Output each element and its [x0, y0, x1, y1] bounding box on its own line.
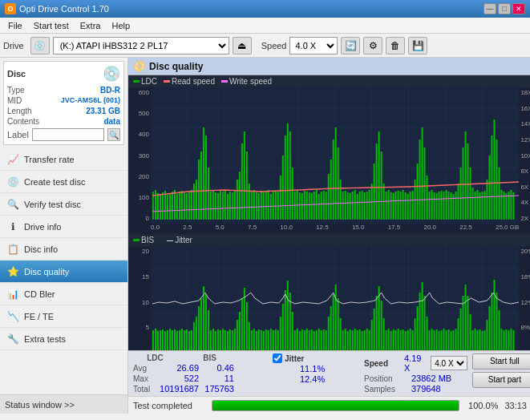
- total-ldc: 10191687: [159, 384, 199, 394]
- start-part-button[interactable]: Start part: [472, 372, 530, 388]
- svg-rect-233: [277, 330, 279, 350]
- svg-rect-311: [465, 285, 467, 350]
- svg-rect-230: [270, 329, 272, 350]
- svg-rect-157: [491, 135, 492, 220]
- svg-rect-149: [471, 188, 473, 220]
- svg-rect-199: [196, 317, 197, 350]
- svg-rect-31: [188, 192, 190, 220]
- menu-help[interactable]: Help: [107, 20, 135, 31]
- svg-rect-76: [297, 190, 298, 220]
- svg-rect-262: [347, 331, 349, 350]
- bottom-chart-y-axis-left: 0 5 10 15 20: [128, 246, 151, 350]
- disc-label-search-button[interactable]: 🔍: [107, 128, 120, 141]
- svg-rect-267: [359, 329, 361, 350]
- speed-position-stats: Speed 4.19 X 4.0 X Position 23862 MB Sam…: [364, 353, 467, 394]
- svg-rect-272: [371, 320, 373, 350]
- svg-rect-286: [405, 331, 407, 350]
- disc-info-icon: 📋: [6, 243, 19, 256]
- svg-rect-38: [205, 135, 207, 220]
- disc-label-input[interactable]: [32, 128, 104, 141]
- svg-rect-160: [498, 168, 500, 220]
- svg-rect-56: [249, 184, 250, 220]
- svg-rect-73: [289, 131, 291, 220]
- svg-rect-118: [398, 191, 399, 220]
- sidebar-item-create-test-disc[interactable]: 💿 Create test disc: [0, 171, 127, 193]
- sidebar-item-disc-quality[interactable]: ⭐ Disc quality: [0, 260, 127, 283]
- svg-rect-220: [246, 302, 248, 350]
- svg-rect-261: [345, 329, 346, 350]
- svg-rect-307: [455, 329, 457, 350]
- speed-header: Speed: [364, 359, 401, 368]
- menu-start-test[interactable]: Start test: [29, 20, 74, 31]
- svg-rect-55: [246, 151, 248, 220]
- max-bis: 11: [202, 374, 234, 383]
- sidebar: Disc 💿 Type BD-R MID JVC-AMS6L (001) Len…: [0, 58, 128, 414]
- progress-time: 33:13: [504, 401, 530, 410]
- erase-button[interactable]: 🗑: [386, 37, 405, 55]
- ldc-legend-color: [133, 80, 140, 83]
- svg-rect-245: [306, 329, 308, 350]
- read-speed-legend-label: Read speed: [172, 77, 215, 86]
- app-icon: O: [5, 3, 16, 14]
- svg-rect-121: [405, 192, 407, 220]
- disc-icon[interactable]: 💿: [103, 65, 120, 83]
- jitter-legend-color: [167, 240, 173, 241]
- maximize-button[interactable]: □: [498, 3, 511, 14]
- save-button[interactable]: 💾: [408, 37, 427, 55]
- jitter-header: Jitter: [285, 354, 304, 363]
- speed-select[interactable]: 4.0 X: [289, 37, 338, 55]
- svg-rect-231: [273, 330, 274, 350]
- svg-rect-19: [160, 194, 161, 220]
- progress-label: Test completed: [133, 401, 205, 410]
- svg-rect-283: [398, 329, 399, 350]
- top-chart-y-axis-left: 0 100 200 300 400 500 600: [128, 87, 151, 224]
- svg-rect-273: [374, 309, 375, 350]
- sidebar-item-verify-test-disc[interactable]: 🔍 Verify test disc: [0, 193, 127, 216]
- jitter-checkbox[interactable]: [273, 353, 282, 363]
- svg-rect-81: [309, 192, 310, 220]
- status-window-button[interactable]: Status window >>: [0, 394, 127, 414]
- disc-label-label: Label: [7, 130, 29, 139]
- create-test-disc-icon: 💿: [6, 176, 19, 188]
- svg-rect-28: [181, 191, 183, 220]
- svg-rect-214: [232, 330, 233, 350]
- svg-rect-204: [208, 310, 209, 350]
- svg-rect-193: [181, 329, 183, 350]
- cd-bler-icon: 📊: [6, 288, 19, 301]
- svg-rect-117: [395, 192, 397, 220]
- ldc-legend-label: LDC: [141, 77, 157, 86]
- menu-extra[interactable]: Extra: [75, 20, 106, 31]
- settings-button[interactable]: ⚙: [363, 37, 382, 55]
- svg-rect-137: [443, 192, 445, 220]
- sidebar-item-disc-info[interactable]: 📋 Disc info: [0, 238, 127, 260]
- svg-rect-213: [229, 329, 231, 350]
- minimize-button[interactable]: —: [483, 3, 496, 14]
- eject-button[interactable]: ⏏: [233, 37, 252, 55]
- svg-rect-46: [225, 190, 226, 220]
- drive-select[interactable]: (K:) ATAPI iHBS312 2 PL17: [53, 37, 229, 55]
- sidebar-item-drive-info[interactable]: ℹ Drive info: [0, 216, 127, 238]
- start-full-button[interactable]: Start full: [472, 353, 530, 370]
- sidebar-item-fe-te[interactable]: 📉 FE / TE: [0, 305, 127, 328]
- svg-rect-111: [381, 151, 382, 220]
- menu-file[interactable]: File: [3, 20, 27, 31]
- svg-rect-212: [227, 331, 229, 350]
- bis-legend-label: BIS: [141, 236, 154, 244]
- svg-rect-290: [415, 318, 416, 350]
- svg-rect-249: [316, 330, 318, 350]
- svg-rect-128: [422, 127, 423, 220]
- svg-rect-295: [427, 317, 428, 350]
- svg-rect-252: [323, 329, 325, 350]
- sidebar-item-transfer-rate[interactable]: 📈 Transfer rate: [0, 148, 127, 171]
- sidebar-item-extra-tests[interactable]: 🔧 Extra tests: [0, 328, 127, 350]
- close-button[interactable]: ✕: [512, 3, 525, 14]
- svg-rect-256: [333, 294, 334, 350]
- sidebar-item-cd-bler[interactable]: 📊 CD Bler: [0, 283, 127, 305]
- svg-rect-18: [157, 193, 159, 220]
- speed-dropdown[interactable]: 4.0 X: [431, 356, 467, 370]
- svg-rect-151: [476, 190, 478, 220]
- svg-rect-119: [400, 192, 402, 220]
- svg-rect-313: [469, 314, 471, 350]
- refresh-button[interactable]: 🔄: [341, 37, 360, 55]
- svg-rect-208: [217, 329, 219, 350]
